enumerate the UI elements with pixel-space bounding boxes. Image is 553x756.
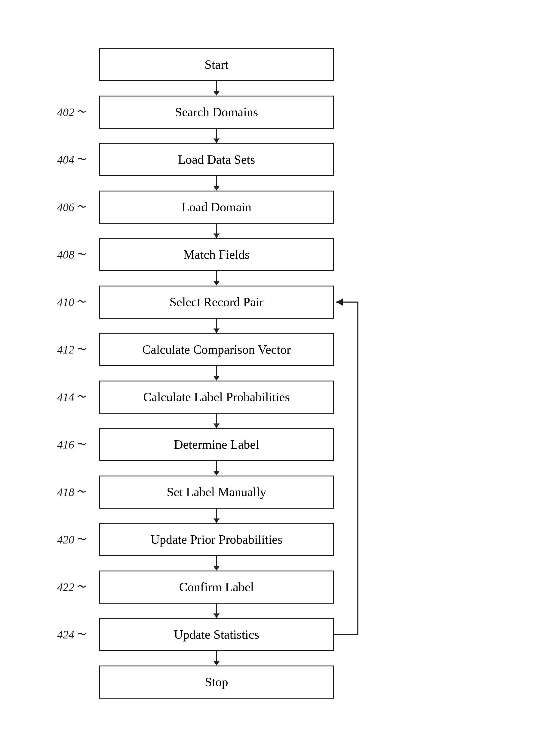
arrow-2 (99, 129, 334, 143)
step-row-414: 414〜Calculate Label Probabilities (57, 381, 478, 414)
svg-marker-21 (213, 566, 220, 571)
ref-label-424: 424〜 (57, 628, 99, 641)
squiggle-418: 〜 (76, 486, 86, 499)
svg-marker-19 (213, 518, 220, 523)
svg-marker-25 (213, 661, 220, 666)
step-box-422: Confirm Label (99, 571, 334, 604)
squiggle-406: 〜 (76, 200, 86, 214)
step-text-418: Set Label Manually (167, 485, 266, 499)
ref-number-404: 404 (57, 153, 74, 166)
arrow-6 (99, 319, 334, 333)
squiggle-422: 〜 (76, 580, 86, 594)
svg-marker-1 (213, 91, 220, 96)
ref-number-414: 414 (57, 391, 74, 404)
step-text-424: Update Statistics (174, 627, 259, 642)
step-text-422: Confirm Label (179, 580, 254, 594)
arrow-4 (99, 224, 334, 238)
squiggle-408: 〜 (76, 248, 86, 261)
arrow-5 (99, 271, 334, 285)
svg-marker-5 (213, 186, 220, 190)
ref-label-406: 406〜 (57, 200, 99, 214)
ref-number-420: 420 (57, 533, 74, 546)
ref-number-412: 412 (57, 343, 74, 356)
flowchart-diagram: Start 402〜Search Domains 404〜Load Data S… (57, 48, 478, 698)
ref-number-410: 410 (57, 296, 74, 309)
ref-number-408: 408 (57, 248, 74, 261)
step-box-410: Select Record Pair (99, 285, 334, 319)
arrow-1 (99, 81, 334, 96)
arrow-9 (99, 461, 334, 476)
squiggle-414: 〜 (76, 391, 86, 404)
step-box-406: Load Domain (99, 190, 334, 224)
arrow-11 (99, 556, 334, 571)
step-text-412: Calculate Comparison Vector (142, 342, 291, 357)
arrow-12 (99, 604, 334, 618)
step-box-424: Update Statistics (99, 618, 334, 651)
ref-label-408: 408〜 (57, 248, 99, 261)
ref-number-418: 418 (57, 486, 74, 499)
step-row-412: 412〜Calculate Comparison Vector (57, 333, 478, 366)
step-row-406: 406〜Load Domain (57, 190, 478, 224)
ref-label-404: 404〜 (57, 153, 99, 166)
ref-label-410: 410〜 (57, 296, 99, 309)
svg-marker-17 (213, 471, 220, 476)
step-box-start: Start (99, 48, 334, 81)
step-text-402: Search Domains (175, 105, 258, 119)
ref-label-402: 402〜 (57, 105, 99, 119)
step-box-420: Update Prior Probabilities (99, 523, 334, 556)
svg-marker-13 (213, 376, 220, 381)
step-text-start: Start (205, 58, 228, 72)
step-text-410: Select Record Pair (170, 295, 264, 309)
ref-number-416: 416 (57, 438, 74, 451)
svg-marker-11 (213, 329, 220, 333)
step-row-424: 424〜Update Statistics (57, 618, 478, 651)
ref-number-406: 406 (57, 200, 74, 214)
squiggle-402: 〜 (76, 105, 86, 119)
ref-label-412: 412〜 (57, 343, 99, 356)
arrow-7 (99, 366, 334, 381)
step-row-stop: Stop (57, 666, 478, 698)
step-box-stop: Stop (99, 666, 334, 698)
svg-marker-7 (213, 234, 220, 238)
step-row-408: 408〜Match Fields (57, 238, 478, 271)
svg-marker-15 (213, 424, 220, 428)
svg-marker-3 (213, 139, 220, 143)
step-text-stop: Stop (205, 675, 228, 689)
step-row-422: 422〜Confirm Label (57, 571, 478, 604)
step-box-408: Match Fields (99, 238, 334, 271)
svg-marker-23 (213, 613, 220, 618)
step-row-start: Start (57, 48, 478, 81)
arrow-10 (99, 509, 334, 523)
ref-label-422: 422〜 (57, 580, 99, 594)
step-text-404: Load Data Sets (178, 152, 255, 167)
arrow-13 (99, 651, 334, 666)
squiggle-424: 〜 (76, 628, 86, 641)
step-text-420: Update Prior Probabilities (151, 532, 283, 547)
ref-number-424: 424 (57, 628, 74, 641)
step-box-414: Calculate Label Probabilities (99, 381, 334, 414)
step-text-414: Calculate Label Probabilities (143, 390, 290, 404)
step-box-402: Search Domains (99, 96, 334, 129)
svg-marker-9 (213, 281, 220, 285)
squiggle-410: 〜 (76, 296, 86, 309)
ref-label-418: 418〜 (57, 486, 99, 499)
squiggle-404: 〜 (76, 153, 86, 166)
ref-label-414: 414〜 (57, 391, 99, 404)
step-row-420: 420〜Update Prior Probabilities (57, 523, 478, 556)
step-box-418: Set Label Manually (99, 476, 334, 509)
step-text-408: Match Fields (183, 247, 250, 262)
ref-number-422: 422 (57, 580, 74, 594)
step-text-406: Load Domain (182, 200, 251, 214)
step-box-416: Determine Label (99, 428, 334, 461)
squiggle-412: 〜 (76, 343, 86, 356)
step-text-416: Determine Label (174, 437, 259, 452)
ref-number-402: 402 (57, 105, 74, 119)
squiggle-416: 〜 (76, 438, 86, 451)
step-box-412: Calculate Comparison Vector (99, 333, 334, 366)
step-row-410: 410〜Select Record Pair (57, 285, 478, 319)
step-row-416: 416〜Determine Label (57, 428, 478, 461)
step-row-404: 404〜Load Data Sets (57, 143, 478, 176)
step-box-404: Load Data Sets (99, 143, 334, 176)
arrow-8 (99, 414, 334, 428)
ref-label-420: 420〜 (57, 533, 99, 546)
